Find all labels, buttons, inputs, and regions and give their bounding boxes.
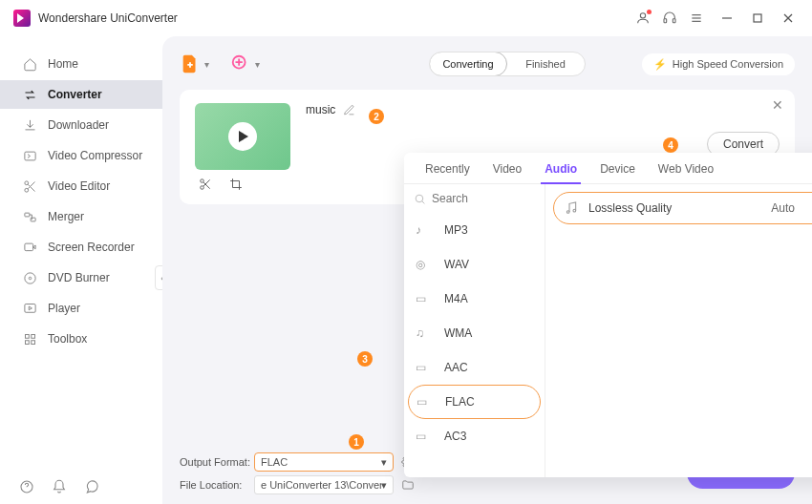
chevron-down-icon: ▾ xyxy=(381,479,387,492)
svg-point-31 xyxy=(416,195,423,202)
format-flac[interactable]: ▭FLAC xyxy=(408,385,541,419)
format-ac3[interactable]: ▭AC3 xyxy=(404,419,545,453)
audio-icon: ♫ xyxy=(416,326,435,340)
chevron-down-icon: ▾ xyxy=(204,59,209,70)
format-tabs: Recently Video Audio Device Web Video xyxy=(404,153,812,184)
thumb-actions xyxy=(199,178,306,191)
search-input[interactable] xyxy=(432,192,527,205)
sidebar-item-label: Screen Recorder xyxy=(48,241,135,254)
tab-video[interactable]: Video xyxy=(481,153,533,183)
close-window-button[interactable] xyxy=(778,8,799,29)
sidebar-item-label: Player xyxy=(48,302,80,315)
music-icon xyxy=(564,200,579,216)
tab-web-video[interactable]: Web Video xyxy=(647,153,725,183)
media-thumbnail[interactable] xyxy=(195,103,290,170)
sidebar-item-label: Merger xyxy=(48,210,84,223)
svg-point-27 xyxy=(201,179,204,183)
maximize-button[interactable] xyxy=(747,8,768,29)
sidebar-item-compressor[interactable]: Video Compressor xyxy=(0,141,162,170)
audio-icon: ▭ xyxy=(416,430,435,443)
format-list-column: ♪MP3 ◎WAV ▭M4A ♫WMA ▭AAC ▭FLAC ▭AC3 xyxy=(404,184,545,477)
open-folder-icon[interactable] xyxy=(401,478,415,492)
annotation-1: 1 xyxy=(349,434,364,450)
svg-point-33 xyxy=(566,211,569,214)
svg-point-19 xyxy=(29,277,32,280)
segment-finished[interactable]: Finished xyxy=(506,52,585,75)
add-url-button[interactable]: ▾ xyxy=(230,53,260,74)
format-mp3[interactable]: ♪MP3 xyxy=(404,213,545,247)
svg-point-34 xyxy=(573,209,576,212)
audio-icon: ▭ xyxy=(416,292,435,305)
play-icon xyxy=(228,122,257,151)
help-icon[interactable] xyxy=(19,479,34,494)
app-logo xyxy=(13,10,31,27)
bell-icon[interactable] xyxy=(52,479,67,494)
menu-icon[interactable] xyxy=(686,8,707,29)
converter-icon xyxy=(21,88,38,102)
svg-rect-23 xyxy=(25,340,29,344)
title-bar: Wondershare UniConverter xyxy=(0,0,812,36)
crop-icon[interactable] xyxy=(229,178,243,191)
annotation-3: 3 xyxy=(357,351,373,367)
sidebar-item-player[interactable]: Player xyxy=(0,294,162,323)
tab-audio[interactable]: Audio xyxy=(533,153,588,183)
chevron-down-icon: ▾ xyxy=(255,59,260,70)
home-icon xyxy=(21,57,38,72)
format-label: AAC xyxy=(444,361,468,374)
bolt-icon: ⚡ xyxy=(653,58,667,71)
sidebar-item-screen-recorder[interactable]: Screen Recorder xyxy=(0,233,162,262)
sidebar-item-merger[interactable]: Merger xyxy=(0,202,162,231)
status-segment: Converting Finished xyxy=(429,52,586,76)
file-location-select[interactable]: e UniConverter 13\Converted▾ xyxy=(254,475,394,494)
format-label: WMA xyxy=(444,326,472,340)
disc-icon xyxy=(21,271,38,285)
search-icon xyxy=(414,193,426,205)
high-speed-toggle[interactable]: ⚡High Speed Conversion xyxy=(642,53,795,75)
tab-recently[interactable]: Recently xyxy=(414,153,481,183)
sidebar-item-label: Video Editor xyxy=(48,179,110,193)
audio-icon: ◎ xyxy=(416,258,435,271)
format-label: FLAC xyxy=(445,395,475,409)
add-file-button[interactable]: ▾ xyxy=(180,53,209,74)
svg-rect-24 xyxy=(31,340,34,344)
format-label: AC3 xyxy=(444,430,466,443)
sidebar-item-converter[interactable]: Converter xyxy=(0,80,162,109)
play-icon xyxy=(21,302,38,316)
record-icon xyxy=(21,241,38,255)
segment-converting[interactable]: Converting xyxy=(429,52,507,76)
audio-icon: ▭ xyxy=(416,361,435,374)
minimize-button[interactable] xyxy=(716,8,737,29)
format-search xyxy=(404,184,545,213)
chevron-down-icon: ▾ xyxy=(381,456,387,469)
audio-icon: ▭ xyxy=(417,395,436,409)
close-card-button[interactable]: ✕ xyxy=(772,97,783,113)
format-wav[interactable]: ◎WAV xyxy=(404,247,545,282)
quality-lossless[interactable]: Lossless Quality Auto xyxy=(553,192,812,224)
user-icon[interactable] xyxy=(632,8,653,29)
format-m4a[interactable]: ▭M4A xyxy=(404,282,545,316)
sidebar-item-video-editor[interactable]: Video Editor xyxy=(0,172,162,200)
scissors-icon xyxy=(21,179,38,194)
output-format-select[interactable]: FLAC▾ xyxy=(254,452,394,472)
sidebar-item-label: Home xyxy=(48,57,78,71)
sidebar-item-label: Downloader xyxy=(48,118,109,132)
trim-icon[interactable] xyxy=(199,178,212,191)
rename-icon[interactable] xyxy=(343,104,355,116)
sidebar-item-downloader[interactable]: Downloader xyxy=(0,111,162,139)
file-location-label: File Location: xyxy=(180,479,254,491)
headset-icon[interactable] xyxy=(659,8,680,29)
sidebar-item-home[interactable]: Home xyxy=(0,50,162,78)
output-format-label: Output Format: xyxy=(180,456,254,468)
svg-point-11 xyxy=(24,180,28,184)
format-label: M4A xyxy=(444,292,468,305)
format-panel: Recently Video Audio Device Web Video ♪M… xyxy=(404,153,812,477)
feedback-icon[interactable] xyxy=(84,479,99,494)
format-wma[interactable]: ♫WMA xyxy=(404,316,545,350)
svg-point-12 xyxy=(24,188,28,192)
file-location-value: e UniConverter 13\Converted xyxy=(261,479,381,491)
tab-device[interactable]: Device xyxy=(588,153,647,183)
footer-icons xyxy=(19,479,99,494)
sidebar-item-toolbox[interactable]: Toolbox xyxy=(0,325,162,353)
format-aac[interactable]: ▭AAC xyxy=(404,350,545,385)
sidebar-item-dvd-burner[interactable]: DVD Burner xyxy=(0,263,162,292)
